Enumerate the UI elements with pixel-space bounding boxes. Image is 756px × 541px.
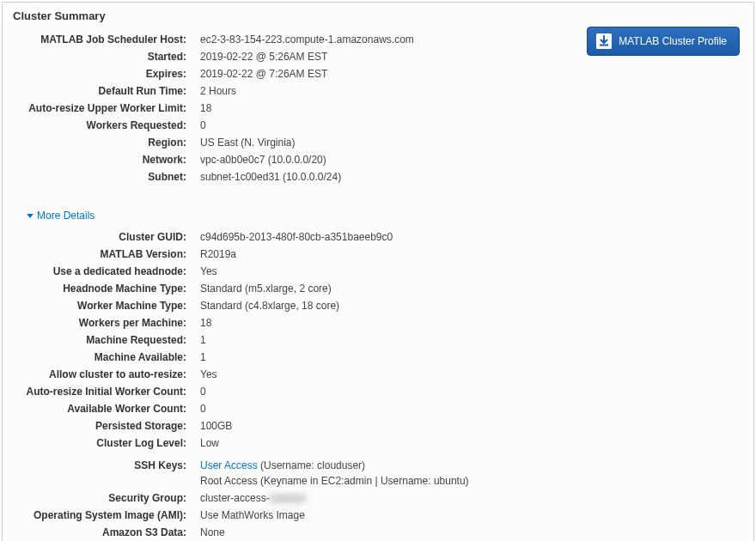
label-cluster-log-level: Cluster Log Level: [13, 435, 193, 451]
more-details-label: More Details [37, 210, 94, 222]
value-expires: 2019-02-22 @ 7:26AM EST [193, 66, 327, 82]
label-default-run-time: Default Run Time: [13, 83, 193, 99]
label-mjs-host: MATLAB Job Scheduler Host: [13, 32, 193, 47]
label-available-worker-count: Available Worker Count: [13, 401, 193, 416]
row-autoresize-upper: Auto-resize Upper Worker Limit: 18 [13, 100, 743, 117]
row-worker-type: Worker Machine Type: Standard (c4.8xlarg… [13, 297, 743, 314]
value-machine-available: 1 [193, 350, 206, 365]
label-security-group: Security Group: [13, 490, 193, 506]
row-available-worker-count: Available Worker Count: 0 [13, 400, 743, 417]
row-machine-available: Machine Available: 1 [13, 349, 743, 366]
value-s3-data: None [193, 525, 225, 540]
security-group-prefix: cluster-access- [200, 492, 270, 504]
value-default-run-time: 2 Hours [193, 83, 236, 99]
cluster-summary-panel: Cluster Summary MATLAB Cluster Profile M… [2, 2, 754, 541]
value-network: vpc-a0b0e0c7 (10.0.0.0/20) [193, 152, 326, 167]
row-cluster-log-level: Cluster Log Level: Low [13, 435, 743, 452]
label-machine-requested: Machine Requested: [13, 332, 193, 348]
row-persisted-storage: Persisted Storage: 100GB [13, 417, 743, 435]
row-network: Network: vpc-a0b0e0c7 (10.0.0.0/20) [13, 151, 743, 168]
label-matlab-version: MATLAB Version: [13, 246, 193, 262]
value-ssh-keys: User Access (Username: clouduser) Root A… [193, 458, 469, 489]
value-workers-per-machine: 18 [193, 315, 211, 331]
value-autoresize-upper: 18 [193, 100, 211, 116]
label-network: Network: [13, 152, 193, 167]
value-allow-autoresize: Yes [193, 367, 217, 382]
row-subnet: Subnet: subnet-1c00ed31 (10.0.0.0/24) [13, 168, 743, 185]
value-ami: Use MathWorks Image [193, 508, 305, 523]
label-persisted-storage: Persisted Storage: [13, 418, 193, 434]
label-allow-autoresize: Allow cluster to auto-resize: [13, 367, 193, 382]
label-dedicated-headnode: Use a dedicated headnode: [13, 264, 193, 279]
value-dedicated-headnode: Yes [193, 264, 217, 279]
value-mjs-host: ec2-3-83-154-223.compute-1.amazonaws.com [193, 32, 414, 47]
panel-content: MATLAB Job Scheduler Host: ec2-3-83-154-… [3, 27, 753, 541]
value-matlab-version: R2019a [193, 246, 236, 262]
row-dedicated-headnode: Use a dedicated headnode: Yes [13, 263, 743, 280]
matlab-cluster-profile-button[interactable]: MATLAB Cluster Profile [587, 27, 740, 56]
value-cluster-guid: c94d695b-2013-480f-80cb-a351baeeb9c0 [193, 229, 393, 245]
svg-rect-1 [600, 45, 608, 46]
chevron-down-icon [27, 214, 34, 218]
download-icon [596, 33, 612, 49]
label-ami: Operating System Image (AMI): [13, 508, 193, 523]
label-started: Started: [13, 49, 193, 64]
value-persisted-storage: 100GB [193, 418, 232, 434]
label-headnode-type: Headnode Machine Type: [13, 281, 193, 296]
label-cluster-guid: Cluster GUID: [13, 229, 193, 245]
value-region: US East (N. Virginia) [193, 135, 295, 150]
row-default-run-time: Default Run Time: 2 Hours [13, 82, 743, 100]
label-expires: Expires: [13, 66, 193, 82]
row-matlab-version: MATLAB Version: R2019a [13, 246, 743, 263]
value-headnode-type: Standard (m5.xlarge, 2 core) [193, 281, 332, 296]
value-machine-requested: 1 [193, 332, 206, 348]
row-security-group: Security Group: cluster-access-xxxxxxx [13, 489, 743, 507]
value-started: 2019-02-22 @ 5:26AM EST [193, 49, 327, 64]
value-subnet: subnet-1c00ed31 (10.0.0.0/24) [193, 169, 341, 185]
row-ssh-keys: SSH Keys: User Access (Username: cloudus… [13, 457, 743, 489]
row-autoresize-initial: Auto-resize Initial Worker Count: 0 [13, 383, 743, 400]
row-machine-requested: Machine Requested: 1 [13, 331, 743, 349]
label-workers-requested: Workers Requested: [13, 118, 193, 133]
row-headnode-type: Headnode Machine Type: Standard (m5.xlar… [13, 280, 743, 297]
security-group-redacted: xxxxxxx [270, 492, 306, 504]
value-security-group: cluster-access-xxxxxxx [193, 490, 306, 506]
row-workers-requested: Workers Requested: 0 [13, 117, 743, 134]
row-ami: Operating System Image (AMI): Use MathWo… [13, 507, 743, 524]
label-region: Region: [13, 135, 193, 150]
row-cluster-guid: Cluster GUID: c94d695b-2013-480f-80cb-a3… [13, 228, 743, 246]
ssh-user-access-suffix: (Username: clouduser) [258, 459, 365, 471]
row-allow-autoresize: Allow cluster to auto-resize: Yes [13, 366, 743, 383]
ssh-user-access-link[interactable]: User Access [200, 459, 258, 471]
value-worker-type: Standard (c4.8xlarge, 18 core) [193, 298, 339, 313]
value-autoresize-initial: 0 [193, 384, 206, 399]
matlab-cluster-profile-label: MATLAB Cluster Profile [619, 35, 727, 47]
more-details-toggle[interactable]: More Details [27, 210, 94, 222]
label-machine-available: Machine Available: [13, 350, 193, 365]
row-workers-per-machine: Workers per Machine: 18 [13, 314, 743, 331]
label-s3-data: Amazon S3 Data: [13, 525, 193, 540]
value-workers-requested: 0 [193, 118, 206, 133]
row-s3-data: Amazon S3 Data: None [13, 524, 743, 541]
panel-title: Cluster Summary [3, 3, 753, 27]
label-subnet: Subnet: [13, 169, 193, 185]
value-available-worker-count: 0 [193, 401, 206, 416]
row-region: Region: US East (N. Virginia) [13, 134, 743, 151]
ssh-root-access: Root Access (Keyname in EC2:admin | User… [200, 473, 469, 489]
label-autoresize-upper: Auto-resize Upper Worker Limit: [13, 100, 193, 116]
value-cluster-log-level: Low [193, 435, 219, 451]
label-workers-per-machine: Workers per Machine: [13, 315, 193, 331]
row-expires: Expires: 2019-02-22 @ 7:26AM EST [13, 65, 743, 82]
label-worker-type: Worker Machine Type: [13, 298, 193, 313]
label-autoresize-initial: Auto-resize Initial Worker Count: [13, 384, 193, 399]
label-ssh-keys: SSH Keys: [13, 458, 193, 473]
